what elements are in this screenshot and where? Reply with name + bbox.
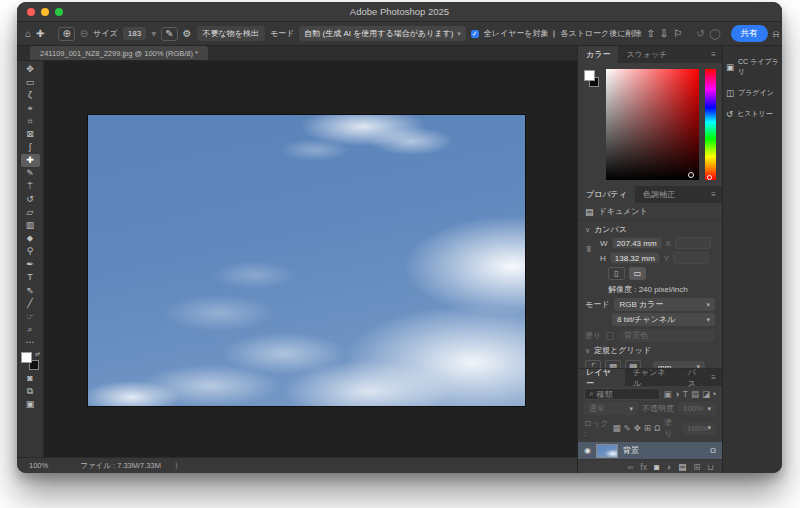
- flag-icon[interactable]: ⚐: [673, 29, 682, 39]
- tab-adjustments[interactable]: 色調補正: [635, 186, 683, 203]
- mode-dropdown[interactable]: 自動 (生成 AI を使用する場合があります) ▾: [299, 26, 466, 41]
- crop-tool[interactable]: ⌗: [21, 115, 40, 128]
- link-dimensions-icon[interactable]: ∞: [584, 246, 594, 252]
- swap-colors-icon[interactable]: ⇄: [35, 350, 40, 357]
- shape-tool[interactable]: ╱: [21, 297, 40, 310]
- collapse-icon[interactable]: ∨: [585, 347, 590, 355]
- saturation-brightness-field[interactable]: [606, 69, 699, 180]
- zoom-window-button[interactable]: [55, 8, 63, 16]
- type-tool[interactable]: T: [21, 271, 40, 284]
- dock-item-plugins[interactable]: ◫プラグイン: [723, 84, 782, 102]
- new-adjustment-icon[interactable]: ◑: [666, 462, 671, 472]
- panel-menu-icon[interactable]: ≡: [711, 369, 722, 386]
- lock-transparent-icon[interactable]: ▦: [613, 423, 621, 433]
- filter-smart-object-icon[interactable]: ◪: [702, 389, 710, 399]
- eraser-tool[interactable]: ▱: [21, 206, 40, 219]
- new-group-icon[interactable]: ▤: [678, 462, 686, 472]
- more-tools-tool[interactable]: ⋯: [21, 336, 40, 349]
- close-window-button[interactable]: [27, 8, 35, 16]
- link-layers-icon[interactable]: ∞: [627, 462, 633, 472]
- visibility-eye-icon[interactable]: ◉: [584, 446, 591, 455]
- size-input[interactable]: 183: [123, 27, 146, 40]
- thumbs-down-icon[interactable]: ⇩: [660, 29, 668, 39]
- panel-menu-icon[interactable]: ≡: [711, 46, 722, 63]
- filter-image-icon[interactable]: ▣: [664, 389, 672, 399]
- commit-icon[interactable]: ◯: [710, 29, 721, 39]
- tab-properties[interactable]: プロパティ: [578, 186, 635, 203]
- subtract-selection-icon[interactable]: ⊖: [80, 29, 88, 39]
- tab-paths[interactable]: パス: [680, 369, 712, 386]
- size-caret-icon[interactable]: ▾: [151, 29, 156, 39]
- landscape-orientation-button[interactable]: ▭: [629, 267, 646, 280]
- zoom-tool[interactable]: ⌕: [21, 323, 40, 336]
- layer-effects-icon[interactable]: fx: [640, 462, 647, 472]
- all-layers-checkbox[interactable]: ✓: [471, 30, 479, 38]
- app-frame-tool[interactable]: ▣: [21, 398, 40, 411]
- filter-type-icon[interactable]: T: [683, 389, 688, 399]
- tab-layers[interactable]: レイヤー: [578, 369, 625, 386]
- dock-item-cc-libraries[interactable]: ▣CC ライブラリ: [723, 53, 782, 81]
- lock-pixels-icon[interactable]: ✎: [624, 423, 631, 433]
- move-tool[interactable]: ✥: [21, 63, 40, 76]
- zoom-level[interactable]: 100%: [29, 461, 48, 470]
- hue-slider-marker[interactable]: [707, 175, 712, 180]
- layer-filter-search[interactable]: ⌕ 種類: [584, 388, 660, 400]
- each-stroke-checkbox[interactable]: [553, 30, 555, 38]
- current-tool-icon[interactable]: ✚: [36, 29, 44, 39]
- color-swatches[interactable]: ⇄: [21, 352, 39, 370]
- history-brush-tool[interactable]: ↺: [21, 193, 40, 206]
- panel-menu-icon[interactable]: ≡: [711, 186, 722, 203]
- canvas-area[interactable]: [44, 61, 577, 457]
- spot-healing-tool[interactable]: ✚: [21, 154, 40, 167]
- frame-tool[interactable]: ⊠: [21, 128, 40, 141]
- color-mode-select[interactable]: RGB カラー ▾: [614, 298, 715, 311]
- screen-mode-tool[interactable]: ⧉: [21, 385, 40, 398]
- lock-all-icon[interactable]: Ω: [654, 423, 660, 433]
- sky-photo[interactable]: [88, 115, 525, 406]
- gradient-tool[interactable]: ▥: [21, 219, 40, 232]
- new-layer-icon[interactable]: ⊞: [693, 462, 700, 472]
- share-button[interactable]: 共有: [731, 25, 768, 42]
- object-selection-tool[interactable]: ⌖: [21, 102, 40, 115]
- filter-group-icon[interactable]: ▤: [691, 389, 699, 399]
- color-fgbg-swatches[interactable]: [584, 69, 600, 180]
- portrait-orientation-button[interactable]: ▯: [608, 267, 625, 280]
- lock-artboard-icon[interactable]: ⊞: [644, 423, 651, 433]
- bell-icon[interactable]: ⍾: [773, 29, 780, 39]
- dock-item-history[interactable]: ↺ヒストリー: [723, 105, 782, 123]
- lock-icon[interactable]: Ω: [710, 446, 716, 455]
- status-chevron-icon[interactable]: ⟩: [175, 461, 178, 470]
- tab-swatches[interactable]: スウォッチ: [618, 46, 675, 63]
- eyedropper-tool[interactable]: ʃ: [21, 141, 40, 154]
- bit-depth-select[interactable]: 8 bit/チャンネル ▾: [612, 313, 715, 326]
- delete-layer-icon[interactable]: ⊔: [707, 462, 714, 472]
- width-input[interactable]: 207.43 mm: [612, 237, 662, 249]
- layer-row-background[interactable]: ◉ 背景 Ω: [578, 442, 722, 459]
- foreground-color-swatch[interactable]: [584, 70, 595, 81]
- lock-position-icon[interactable]: ✥: [634, 423, 641, 433]
- brush-settings-icon[interactable]: ✎: [161, 27, 177, 41]
- document-tab[interactable]: 241109_001_NZ8_2299.jpg @ 100% (RGB/8) *: [30, 46, 208, 60]
- hue-slider[interactable]: [705, 69, 716, 180]
- undo-icon[interactable]: ↺: [696, 29, 704, 39]
- foreground-color-swatch[interactable]: [21, 352, 32, 363]
- home-icon[interactable]: ⌂: [25, 29, 31, 39]
- marquee-tool[interactable]: ▭: [21, 76, 40, 89]
- tab-color[interactable]: カラー: [578, 46, 618, 63]
- thumbs-up-icon[interactable]: ⇧: [646, 29, 654, 39]
- tab-channels[interactable]: チャンネル: [625, 369, 680, 386]
- layer-thumbnail[interactable]: [596, 444, 618, 458]
- clone-stamp-tool[interactable]: ⍑: [21, 180, 40, 193]
- brush-tool[interactable]: ✎: [21, 167, 40, 180]
- collapse-icon[interactable]: ∨: [585, 226, 590, 234]
- gear-icon[interactable]: ⚙: [183, 29, 192, 39]
- path-selection-tool[interactable]: ⇖: [21, 284, 40, 297]
- add-mask-icon[interactable]: ◙: [654, 462, 659, 472]
- add-selection-icon[interactable]: ⊕: [58, 27, 74, 41]
- filter-adjustment-icon[interactable]: ◑: [675, 389, 680, 399]
- blur-tool[interactable]: ⬥: [21, 232, 40, 245]
- minimize-window-button[interactable]: [41, 8, 49, 16]
- hand-tool[interactable]: ☞: [21, 310, 40, 323]
- pen-tool[interactable]: ✒: [21, 258, 40, 271]
- lasso-tool[interactable]: ζ: [21, 89, 40, 102]
